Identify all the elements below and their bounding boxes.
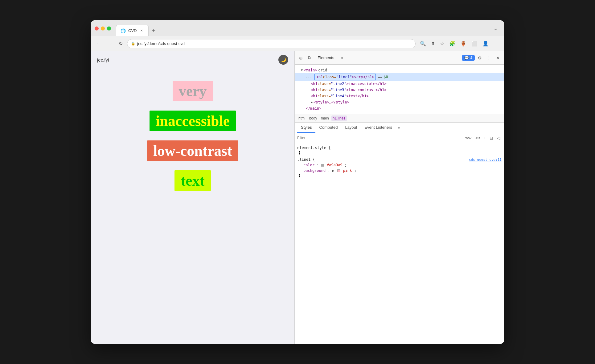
heading-inaccessible: inaccessible: [150, 111, 236, 131]
tab-computed[interactable]: Computed: [315, 123, 341, 133]
dom-close-main[interactable]: </main>: [295, 105, 504, 111]
dom-tag-open2: <h1: [311, 81, 318, 87]
maximize-button[interactable]: [107, 26, 111, 30]
styles-tabs-more[interactable]: »: [396, 123, 402, 132]
breadcrumb-body[interactable]: body: [308, 115, 318, 121]
tab-layout[interactable]: Layout: [341, 123, 361, 133]
breadcrumb-h1[interactable]: h1.line1: [331, 115, 347, 121]
dom-selected-line[interactable]: ... <h1 class= "line1" >very</h1> == $0: [295, 73, 504, 81]
line1-rule-block: .line1 { cds-quest-cvd:11 color : #a9a9a…: [297, 157, 502, 178]
minimize-button[interactable]: [101, 26, 105, 30]
split-icon[interactable]: ⬜: [470, 39, 479, 48]
profile-icon[interactable]: 👤: [481, 39, 490, 48]
filter-controls: :hov .cls + ⊟ ◁: [464, 135, 502, 141]
new-tab-button[interactable]: +: [149, 25, 158, 36]
css-panel: element.style { } .line1 { cds-quest-cvd…: [295, 143, 504, 344]
line1-color-property: color : #a9a9a9 ;: [297, 162, 502, 168]
breadcrumb-main[interactable]: main: [320, 115, 330, 121]
tabs-bar: 🌐 CVD ✕ +: [116, 20, 488, 36]
devtools-settings-icon[interactable]: ⚙: [476, 54, 484, 62]
devtools-more-icon[interactable]: ⋮: [485, 54, 493, 62]
dom-style-text: <style>…</style>: [314, 99, 349, 105]
console-badge[interactable]: 💬 4: [462, 55, 475, 61]
dom-line3[interactable]: <h1 class= "line3" >low-contrast</h1>: [295, 87, 504, 93]
tab-favicon: 🌐: [121, 28, 126, 33]
arrow-filter-icon[interactable]: ◁: [496, 135, 502, 141]
webpage-title: jec.fyi: [97, 57, 109, 63]
cls-filter-button[interactable]: .cls: [474, 135, 482, 140]
lock-icon: 🔒: [131, 42, 135, 46]
grid-filter-icon[interactable]: ⊟: [488, 135, 494, 141]
line1-rule-header: .line1 { cds-quest-cvd:11: [297, 157, 502, 162]
devtools-close-icon[interactable]: ✕: [494, 54, 502, 62]
dom-line4[interactable]: <h1 class= "line4" >text</h1>: [295, 93, 504, 99]
dom-style-tag[interactable]: ▶ <style>…</style>: [295, 99, 504, 105]
bookmark-icon[interactable]: ☆: [438, 39, 446, 48]
styles-tabs-bar: Styles Computed Layout Event Listeners »: [295, 123, 504, 133]
tab-close-button[interactable]: ✕: [139, 28, 144, 33]
dom-attr-value4: "line4": [331, 93, 347, 99]
color-swatch[interactable]: [321, 164, 324, 167]
hov-filter-button[interactable]: :hov: [464, 135, 473, 140]
filter-bar: :hov .cls + ⊟ ◁: [295, 133, 504, 143]
extension-icon[interactable]: 🧩: [447, 39, 457, 48]
dom-main-attr: grid: [318, 67, 327, 73]
tab-styles[interactable]: Styles: [297, 123, 315, 133]
refresh-button[interactable]: ↻: [117, 39, 125, 48]
dom-equals: ==: [378, 74, 382, 80]
dom-tag-open1: <h1: [316, 74, 323, 80]
breadcrumb-html[interactable]: html: [297, 115, 307, 121]
tab-event-listeners[interactable]: Event Listeners: [361, 123, 396, 133]
dom-tag-text2: >inaccessible</h1>: [347, 81, 387, 87]
webpage-header: jec.fyi 🌙: [91, 51, 294, 68]
address-bar[interactable]: 🔒 jec.fyi/demo/cds-quest-cvd: [127, 39, 416, 48]
nav-bar: ← → ↻ 🔒 jec.fyi/demo/cds-quest-cvd 🔍 ⬆ ☆…: [91, 36, 504, 51]
background-prop-colon: :: [328, 168, 332, 173]
dom-line2[interactable]: <h1 class= "line2" >inaccessible</h1>: [295, 81, 504, 87]
traffic-lights: [95, 26, 111, 30]
webpage-content: very inaccessible low-contrast text: [91, 68, 294, 344]
breadcrumb-bar: html body main h1.line1: [295, 114, 504, 123]
heading-very: very: [173, 81, 213, 101]
active-tab[interactable]: 🌐 CVD ✕: [116, 25, 149, 36]
dom-attr-name2: class=: [318, 81, 331, 87]
expand-triangle-icon: ▼: [301, 67, 303, 73]
device-toolbar-icon[interactable]: ⧉: [306, 54, 313, 62]
forward-button[interactable]: →: [106, 40, 114, 48]
dark-mode-button[interactable]: 🌙: [278, 55, 288, 65]
line1-background-property: background : pink ;: [297, 168, 502, 173]
menu-icon[interactable]: ⋮: [492, 39, 500, 48]
line1-rule-close: }: [297, 173, 502, 178]
console-count: 4: [470, 56, 472, 60]
share-icon[interactable]: ⬆: [429, 39, 437, 48]
background-prop-name: background: [303, 168, 326, 173]
dom-tag-text4: >text</h1>: [347, 93, 369, 99]
line1-source-link[interactable]: cds-quest-cvd:11: [469, 158, 502, 162]
style-expand-icon: ▶: [311, 99, 313, 105]
element-style-close: }: [297, 151, 502, 155]
filter-input[interactable]: [297, 136, 462, 140]
elements-tab[interactable]: Elements: [314, 55, 338, 60]
url-text: jec.fyi/demo/cds-quest-cvd: [137, 41, 185, 46]
color-prop-colon: :: [317, 163, 321, 167]
background-prop-semi: ;: [354, 168, 356, 173]
element-style-block: element.style { }: [297, 146, 502, 155]
devtools-tabs-more[interactable]: »: [339, 55, 345, 60]
element-style-header: element.style {: [297, 146, 502, 150]
heading-low-contrast: low-contrast: [147, 140, 238, 161]
dom-main-tag[interactable]: ▼ <main> grid: [295, 67, 504, 73]
dom-attr-name4: class=: [318, 93, 331, 99]
background-swatch[interactable]: [337, 169, 340, 172]
dom-tag-text3: >low-contrast</h1>: [347, 87, 387, 93]
add-rule-button[interactable]: +: [483, 135, 487, 140]
window-chevron[interactable]: ⌄: [491, 25, 500, 32]
close-button[interactable]: [95, 26, 99, 30]
dom-selected-highlight: <h1 class= "line1" >very</h1>: [314, 74, 376, 80]
search-icon[interactable]: 🔍: [418, 39, 428, 48]
devtools-panel: ⊕ ⧉ Elements » 💬 4 ⚙ ⋮ ✕ ▼: [294, 51, 504, 344]
extension2-icon[interactable]: 🏺: [458, 39, 468, 48]
background-expand-icon[interactable]: [332, 170, 334, 172]
back-button[interactable]: ←: [95, 40, 103, 48]
element-picker-icon[interactable]: ⊕: [297, 54, 305, 62]
dom-main-close: </main>: [306, 106, 322, 111]
